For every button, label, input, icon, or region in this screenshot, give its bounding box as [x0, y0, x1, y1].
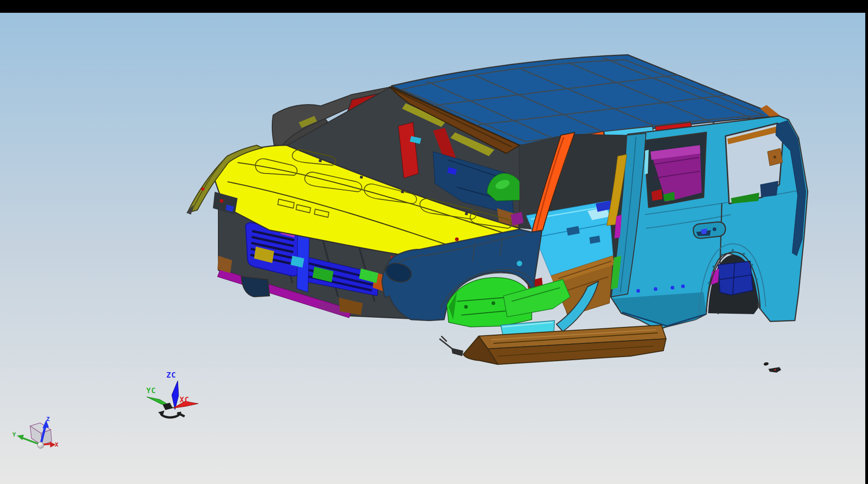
mid-door-window[interactable] [644, 132, 706, 207]
datum-y-label: Y [12, 431, 16, 438]
wcs-z-label: ZC [166, 371, 176, 379]
arch-box-blue [718, 261, 753, 295]
graphics-viewport[interactable]: ZC YC XC Z Y X [0, 13, 865, 484]
datum-x-label: X [55, 441, 58, 448]
datum-origin-sphere [37, 442, 44, 448]
window-top-border [0, 0, 868, 13]
door-handle[interactable] [693, 222, 725, 238]
wcs-y-label: YC [146, 386, 156, 395]
datum-z-label: Z [46, 416, 50, 422]
quarter-window[interactable] [725, 123, 783, 204]
wcs-x-label: XC [180, 395, 189, 404]
cad-application-window: ZC YC XC Z Y X [0, 0, 868, 484]
window-right-border [865, 0, 868, 484]
